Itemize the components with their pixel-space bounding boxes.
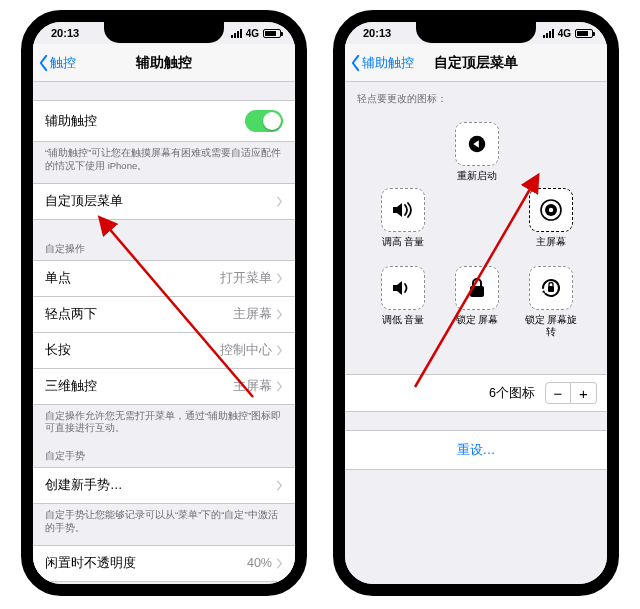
chevron-left-icon [37,54,50,72]
row-label: 单点 [45,270,71,287]
lock-icon [467,277,487,299]
svg-point-4 [549,208,553,212]
row-3d-touch[interactable]: 三维触控 主屏幕 [33,369,295,405]
svg-rect-6 [548,286,554,292]
icon-grid: 重新启动 调高 音量 主屏幕 调低 音量 锁定 屏幕 [345,114,607,374]
slot-label: 锁定 屏幕旋转 [523,314,579,337]
nav-bar: 辅助触控 自定顶层菜单 [345,44,607,82]
back-label: 触控 [50,54,76,72]
chevron-right-icon [276,558,283,569]
svg-rect-5 [470,286,484,297]
slot-volume-up[interactable]: 调高 音量 [375,188,431,248]
carrier-label: 4G [558,28,571,39]
section-gestures: 自定手势 [33,445,295,467]
screen: 20:13 4G 辅助触控 自定顶层菜单 轻点要更改的图标： 重新启动 [345,22,607,584]
slot-home[interactable]: 主屏幕 [523,188,579,248]
carrier-label: 4G [246,28,259,39]
stepper-plus[interactable]: + [571,382,597,404]
slot-rotation-lock[interactable]: 锁定 屏幕旋转 [523,266,579,337]
row-value: 控制中心 [220,342,272,359]
slot-label: 调低 音量 [375,314,431,326]
notch [104,21,224,43]
stepper-minus[interactable]: − [545,382,571,404]
chevron-right-icon [276,480,283,491]
row-label: 长按 [45,342,71,359]
signal-icon [231,29,242,38]
row-label: 闲置时不透明度 [45,555,136,572]
row-value: 打开菜单 [220,270,272,287]
row-label: 自定顶层菜单 [45,193,123,210]
signal-icon [543,29,554,38]
chevron-right-icon [276,273,283,284]
notch [416,21,536,43]
section-custom-actions: 自定操作 [33,238,295,260]
slot-lock[interactable]: 锁定 屏幕 [449,266,505,326]
row-single-tap[interactable]: 单点 打开菜单 [33,260,295,297]
restart-icon [466,133,488,155]
row-long-press[interactable]: 长按 控制中心 [33,333,295,369]
reset-button[interactable]: 重设… [345,430,607,470]
row-value: 40% [247,556,272,570]
row-label: 轻点两下 [45,306,97,323]
phone-right: 20:13 4G 辅助触控 自定顶层菜单 轻点要更改的图标： 重新启动 [333,10,619,596]
slot-volume-down[interactable]: 调低 音量 [375,266,431,326]
home-icon [539,198,563,222]
chevron-right-icon [276,196,283,207]
row-assistive-touch[interactable]: 辅助触控 [33,100,295,142]
row-custom-top-menu[interactable]: 自定顶层菜单 [33,183,295,220]
back-button[interactable]: 辅助触控 [345,54,414,72]
count-label: 6个图标 [489,385,535,402]
slot-label: 主屏幕 [523,236,579,248]
footer-assistive: “辅助触控”可让您在触摸屏幕有困难或需要自适应配件的情况下使用 iPhone。 [33,142,295,183]
footer-actions: 自定操作允许您无需打开菜单，通过“辅助触控”图标即可直接进行互动。 [33,405,295,446]
footer-gesture: 自定手势让您能够记录可以从“菜单”下的“自定”中激活的手势。 [33,504,295,545]
row-new-gesture[interactable]: 创建新手势… [33,467,295,504]
chevron-right-icon [276,345,283,356]
row-label: 辅助触控 [45,113,97,130]
row-value: 主屏幕 [233,306,272,323]
chevron-right-icon [276,309,283,320]
phone-left: 20:13 4G 触控 辅助触控 辅助触控 “辅助触控”可让您在触摸屏幕有困难或… [21,10,307,596]
back-button[interactable]: 触控 [33,54,76,72]
chevron-left-icon [349,54,362,72]
slot-label: 重新启动 [449,170,505,182]
icon-count-stepper: 6个图标 − + [345,374,607,412]
row-idle-opacity[interactable]: 闲置时不透明度 40% [33,545,295,582]
volume-up-icon [391,200,415,220]
volume-down-icon [391,278,415,298]
screen: 20:13 4G 触控 辅助触控 辅助触控 “辅助触控”可让您在触摸屏幕有困难或… [33,22,295,584]
rotation-lock-icon [539,276,563,300]
chevron-right-icon [276,381,283,392]
battery-icon [575,29,593,38]
row-label: 三维触控 [45,378,97,395]
nav-bar: 触控 辅助触控 [33,44,295,82]
hint-label: 轻点要更改的图标： [345,82,607,110]
slot-restart[interactable]: 重新启动 [449,122,505,182]
slot-label: 调高 音量 [375,236,431,248]
row-double-tap[interactable]: 轻点两下 主屏幕 [33,297,295,333]
battery-icon [263,29,281,38]
row-value: 主屏幕 [233,378,272,395]
back-label: 辅助触控 [362,54,414,72]
toggle-assistive-touch[interactable] [245,110,283,132]
slot-label: 锁定 屏幕 [449,314,505,326]
status-time: 20:13 [51,27,79,39]
row-label: 创建新手势… [45,477,123,494]
status-time: 20:13 [363,27,391,39]
reset-label: 重设… [457,442,496,457]
